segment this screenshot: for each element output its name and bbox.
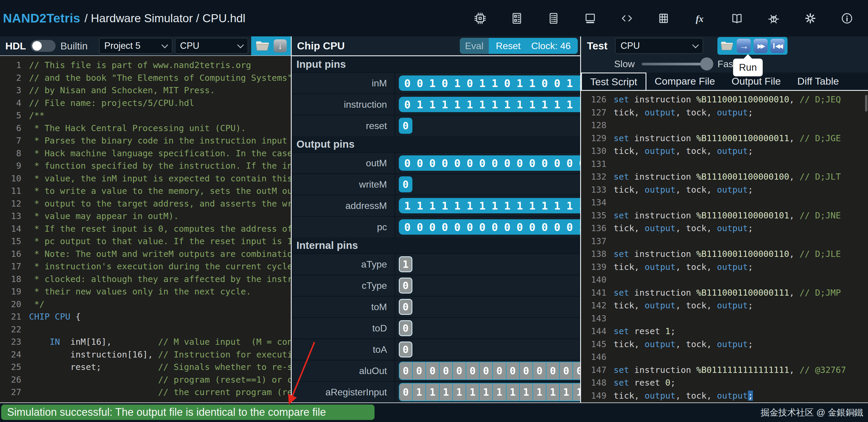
scrollbar-thumb[interactable] (865, 95, 867, 112)
code-line: 26 // program (reset==1) or c (0, 373, 291, 386)
test-chip-select[interactable]: CPU (615, 38, 703, 54)
code-line: 134 (581, 196, 868, 209)
project-select[interactable]: Project 5 (99, 38, 173, 54)
pin-label: inM (292, 73, 395, 93)
line-number: 134 (581, 196, 607, 209)
code-line: 19 * their new values only in the next c… (0, 285, 291, 298)
pin-label: pc (292, 217, 395, 237)
line-number: 135 (581, 209, 607, 222)
tab-diff-table[interactable]: Diff Table (789, 72, 847, 90)
tab-test-script[interactable]: Test Script (581, 72, 646, 90)
code-line: 136tick, output, tock, output; (581, 222, 868, 235)
line-number: 12 (0, 198, 21, 210)
outM-value: 000000000000000 (395, 153, 580, 173)
test-label: Test (587, 40, 607, 52)
line-number: 23 (0, 336, 21, 348)
status-bar: Simulation successful: The output file i… (0, 402, 868, 422)
header-icon-bar: fx (473, 11, 854, 25)
pin-section-title: Output pins (292, 136, 580, 152)
assembler-list-icon[interactable] (547, 11, 560, 25)
line-number: 130 (581, 145, 607, 158)
line-number: 3 (0, 84, 21, 97)
line-number: 20 (0, 298, 21, 311)
hdl-toolbar: HDL Builtin Project 5 CPU (0, 36, 291, 56)
code-brackets-icon[interactable] (620, 11, 634, 25)
hdl-builtin-toggle[interactable] (31, 40, 56, 52)
chip-select-value: CPU (180, 40, 199, 51)
code-line: 23 IN inM[16], // M value input (M = con (0, 336, 291, 348)
line-number: 7 (0, 134, 21, 147)
load-script-button[interactable] (720, 40, 734, 52)
run-button[interactable]: ▶▶ (753, 39, 768, 53)
line-number: 22 (0, 323, 21, 336)
code-line: 128 (581, 119, 868, 132)
watermark-text: 掘金技术社区 @ 金銀銅鐵 (761, 406, 868, 419)
line-number: 21 (0, 310, 21, 323)
line-number: 2 (0, 71, 21, 84)
info-icon[interactable] (840, 11, 854, 25)
chip-header: Chip CPU Eval Reset Clock: 46 (292, 36, 580, 56)
line-number: 142 (581, 299, 607, 312)
memory-icon[interactable] (510, 11, 524, 25)
book-icon[interactable] (730, 11, 744, 25)
toggle-knob[interactable] (32, 41, 42, 51)
nand2tetris-ide: NAND2Tetris / Hardware Simulator / CPU.h… (0, 0, 868, 422)
top-bar: NAND2Tetris / Hardware Simulator / CPU.h… (0, 0, 868, 36)
line-number: 18 (0, 273, 21, 285)
bug-icon[interactable] (767, 11, 780, 25)
code-line: 6 * The Hack Central Processing unit (CP… (0, 122, 291, 134)
code-line: 129set instruction %B1110001100000011, /… (581, 132, 868, 145)
code-line: 132set instruction %B1110001100000100, /… (581, 171, 868, 183)
run-tooltip: Run (733, 59, 763, 77)
reset-button[interactable]: Reset (496, 40, 521, 52)
reset-clock-group: Reset Clock: 46 (489, 38, 578, 54)
pin-label: aluOut (292, 360, 395, 381)
eval-button[interactable]: Eval (460, 38, 489, 54)
code-line: 15 * pc output to that value. If the res… (0, 235, 291, 248)
line-number: 10 (0, 172, 21, 185)
line-number: 144 (581, 325, 607, 338)
settings-gear-icon[interactable] (804, 11, 817, 25)
reset-value[interactable]: 0 (395, 115, 580, 136)
function-fx-icon[interactable]: fx (693, 11, 707, 25)
pin-row-toD: toD0 (292, 317, 580, 338)
test-script-editor[interactable]: 126set instruction %B1110001100000010, /… (581, 91, 868, 402)
aRegisterInput-value: 011111111111111 (395, 382, 580, 402)
main-area: HDL Builtin Project 5 CPU (0, 36, 868, 402)
speed-slider[interactable] (642, 63, 710, 65)
code-line: 24 instruction[16], // Instruction for e… (0, 348, 291, 361)
pin-label: addressM (292, 195, 395, 216)
inM-value[interactable]: 001010110110011 (395, 73, 580, 93)
file-button-group: ↓ (251, 36, 291, 55)
open-folder-button[interactable] (255, 40, 270, 52)
code-line: 126set instruction %B1110001100000010, /… (581, 93, 868, 106)
line-number: 133 (581, 183, 607, 197)
line-number: 6 (0, 122, 21, 134)
pin-row-inM: inM001010110110011 (292, 72, 580, 93)
code-line: 135set instruction %B1110001100000101, /… (581, 209, 868, 222)
brand-logo[interactable]: NAND2Tetris (3, 11, 80, 26)
test-toolbar: Test CPU → ▶▶ ◀◀ (581, 36, 868, 55)
download-button[interactable]: ↓ (274, 39, 287, 52)
chip-panel: Chip CPU Eval Reset Clock: 46 Input pins… (292, 36, 581, 402)
line-number: 149 (581, 389, 607, 402)
line-number: 13 (0, 210, 21, 222)
line-number: 145 (581, 338, 607, 351)
code-line: 3// by Nisan and Schocken, MIT Press. (0, 84, 291, 97)
code-line: 140 (581, 273, 868, 287)
screen-icon[interactable] (583, 11, 597, 25)
pin-label: toA (292, 339, 395, 360)
hdl-code-editor[interactable]: 1// This file is part of www.nand2tetris… (0, 56, 291, 402)
chip-select[interactable]: CPU (175, 38, 248, 54)
rewind-button[interactable]: ◀◀ (770, 39, 784, 53)
tab-compare-file[interactable]: Compare File (646, 72, 723, 90)
code-line: 12 * output to the target address, and a… (0, 198, 291, 210)
instruction-value[interactable]: 011111111111111 (395, 94, 580, 115)
step-forward-button[interactable]: → (737, 39, 751, 53)
grid-table-icon[interactable] (657, 11, 671, 25)
speed-slider-knob[interactable] (700, 57, 713, 70)
folder-icon (255, 40, 270, 52)
line-number: 143 (581, 312, 607, 325)
chevron-down-icon (692, 42, 699, 49)
cpu-chip-icon[interactable] (473, 11, 487, 25)
